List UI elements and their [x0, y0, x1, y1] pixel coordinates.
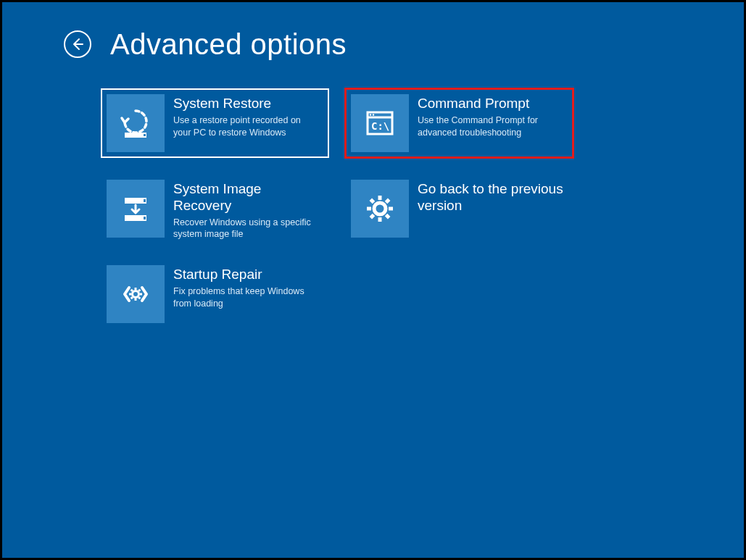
tile-title: System Image Recovery [173, 181, 320, 214]
tile-text: Command Prompt Use the Command Prompt fo… [418, 94, 568, 139]
svg-rect-9 [125, 215, 146, 221]
page-title: Advanced options [110, 30, 347, 59]
header: Advanced options [64, 30, 347, 59]
system-restore-icon [107, 94, 165, 152]
svg-text:C:\: C:\ [371, 120, 389, 132]
svg-line-18 [370, 215, 373, 218]
options-grid: System Restore Use a restore point recor… [101, 88, 573, 329]
svg-line-19 [386, 215, 389, 218]
svg-rect-0 [125, 133, 146, 138]
svg-line-25 [131, 290, 133, 291]
startup-repair-icon [107, 265, 165, 323]
svg-rect-7 [125, 198, 146, 204]
command-prompt-icon: C:\ [351, 94, 409, 152]
tile-text: Go back to the previous version [418, 180, 568, 217]
tile-title: Command Prompt [418, 96, 565, 112]
recovery-screen: Advanced options System Restore Use a re… [2, 2, 744, 558]
tile-system-restore[interactable]: System Restore Use a restore point recor… [101, 88, 329, 158]
tile-desc: Recover Windows using a specific system … [173, 217, 320, 241]
svg-point-5 [373, 114, 374, 115]
svg-point-4 [370, 114, 371, 115]
svg-point-20 [133, 291, 139, 298]
back-button[interactable] [64, 30, 91, 58]
tile-text: System Image Recovery Recover Windows us… [173, 180, 323, 241]
tile-title: Go back to the previous version [418, 181, 565, 214]
tile-title: Startup Repair [173, 267, 320, 283]
svg-rect-10 [144, 217, 146, 220]
svg-rect-1 [144, 134, 146, 136]
svg-line-27 [131, 297, 133, 298]
tile-desc: Use a restore point recorded on your PC … [173, 114, 320, 139]
svg-line-26 [138, 290, 140, 291]
svg-line-17 [386, 199, 389, 202]
svg-line-16 [370, 199, 373, 202]
tile-go-back-previous-version[interactable]: Go back to the previous version [345, 174, 573, 243]
tile-system-image-recovery[interactable]: System Image Recovery Recover Windows us… [101, 174, 329, 243]
system-image-recovery-icon [107, 180, 165, 238]
back-arrow-icon [70, 37, 85, 51]
tile-startup-repair[interactable]: Startup Repair Fix problems that keep Wi… [101, 259, 329, 329]
tile-desc: Fix problems that keep Windows from load… [173, 285, 320, 310]
tile-command-prompt[interactable]: C:\ Command Prompt Use the Command Promp… [345, 88, 573, 158]
tile-text: Startup Repair Fix problems that keep Wi… [173, 265, 323, 310]
svg-point-11 [374, 203, 386, 214]
svg-line-28 [138, 297, 140, 298]
gear-icon [351, 180, 409, 238]
tile-text: System Restore Use a restore point recor… [173, 94, 323, 139]
tile-desc: Use the Command Prompt for advanced trou… [418, 114, 565, 139]
svg-rect-8 [144, 199, 146, 202]
tile-title: System Restore [173, 96, 320, 112]
